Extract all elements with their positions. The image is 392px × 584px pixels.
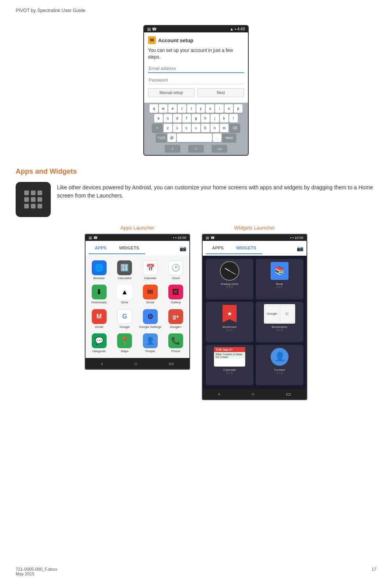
app-calculator[interactable]: 🔢 Calculator <box>113 259 137 282</box>
apps-grid: 🌐 Browser 🔢 Calculator 📅 Calendar 🕐 Cloc… <box>86 256 189 358</box>
app-gmail[interactable]: M Gmail <box>87 308 111 331</box>
widget-bookmark[interactable]: ★ Bookmark 1 × 1 <box>206 302 253 342</box>
app-calendar[interactable]: 📅 Calendar <box>138 259 162 282</box>
app-icon-googleplus: g+ <box>168 309 183 324</box>
widgets-nav-home[interactable]: ○ <box>251 391 255 397</box>
widgets-header: APPS WIDGETS 📷 <box>203 241 306 256</box>
nav-recents-btn[interactable]: ▭ <box>169 360 174 367</box>
widget-bookmarks[interactable]: Google 📰 Bookmarks 3 × 2 <box>256 302 303 342</box>
next-button[interactable]: Next <box>198 88 244 97</box>
tab-widgets[interactable]: WIDGETS <box>113 242 145 253</box>
key-c[interactable]: c <box>182 124 191 132</box>
app-google[interactable]: G Google <box>113 308 137 331</box>
nav-back[interactable]: ‹ <box>165 145 180 153</box>
app-icon-email: ✉ <box>143 285 158 299</box>
tab-widgets-w[interactable]: WIDGETS <box>230 242 262 254</box>
book-icon: 📚 <box>271 262 289 280</box>
cal-event: Bake Cookies & Make Ice Cream <box>214 353 245 359</box>
widget-book[interactable]: 📚 Book 1 × 1 <box>256 259 303 299</box>
app-gallery[interactable]: 🖼 Gallery <box>164 283 188 306</box>
manual-setup-button[interactable]: Manual setup <box>148 88 194 97</box>
key-v[interactable]: v <box>192 124 200 132</box>
key-p[interactable]: p <box>234 104 242 113</box>
app-drive[interactable]: ▲ Drive <box>113 283 137 306</box>
key-h[interactable]: h <box>201 114 210 123</box>
app-label-calculator: Calculator <box>118 276 132 280</box>
app-google-settings[interactable]: ⚙ Google Settings <box>138 308 162 331</box>
keyboard: q w e r t y u i o p a s d f g h j k <box>144 103 248 155</box>
tab-apps[interactable]: APPS <box>89 242 113 254</box>
launcher-dot <box>24 197 29 202</box>
key-i[interactable]: i <box>215 104 224 113</box>
tab-apps-w[interactable]: APPS <box>206 242 230 253</box>
app-hangouts[interactable]: 💬 Hangouts <box>87 332 111 355</box>
app-people[interactable]: 👤 People <box>138 332 162 355</box>
nav-home[interactable]: ○ <box>188 145 204 153</box>
account-setup-title-row: ✉ Account setup <box>148 36 244 44</box>
app-downloads[interactable]: ⬇ Downloads <box>87 283 111 306</box>
key-j[interactable]: j <box>210 114 219 123</box>
key-d[interactable]: d <box>173 114 182 123</box>
key-m[interactable]: m <box>220 124 228 132</box>
key-dot[interactable]: . <box>213 134 221 142</box>
key-l[interactable]: l <box>229 114 238 123</box>
key-b[interactable]: b <box>201 124 210 132</box>
key-g[interactable]: g <box>192 114 200 123</box>
key-y[interactable]: y <box>196 104 205 113</box>
key-k[interactable]: k <box>220 114 228 123</box>
password-input[interactable] <box>148 76 244 84</box>
app-icon-downloads: ⬇ <box>92 285 107 299</box>
widget-name-clock: Analog clock <box>221 282 238 286</box>
clock-min-hand <box>230 271 236 274</box>
key-w[interactable]: w <box>159 104 167 113</box>
key-space[interactable] <box>177 134 212 142</box>
key-x[interactable]: x <box>173 124 182 132</box>
book-preview: 📚 <box>258 261 301 281</box>
app-icon-drive: ▲ <box>117 285 132 299</box>
account-setup-subtitle: You can set up your account in just a fe… <box>148 47 244 61</box>
launcher-dot <box>37 204 42 208</box>
app-browser[interactable]: 🌐 Browser <box>87 259 111 282</box>
widget-analog-clock[interactable]: Analog clock 2 × 2 <box>206 259 253 299</box>
key-s[interactable]: s <box>164 114 172 123</box>
widget-size-book: 1 × 1 <box>276 286 283 288</box>
app-label-downloads: Downloads <box>91 301 107 304</box>
app-clock[interactable]: 🕐 Clock <box>164 259 188 282</box>
key-n[interactable]: n <box>210 124 219 132</box>
nav-home-btn[interactable]: ○ <box>134 360 137 367</box>
app-phone[interactable]: 📞 Phone <box>164 332 188 355</box>
account-setup-screenshot: ▤ ☎ ▲ ▪ 4:49 ✉ Account setup You can set… <box>143 25 249 156</box>
key-o[interactable]: o <box>225 104 233 113</box>
widgets-nav-recents[interactable]: ▭ <box>286 391 291 397</box>
key-q[interactable]: q <box>150 104 158 113</box>
key-shift[interactable]: ⇧ <box>152 124 163 132</box>
nav-back-btn[interactable]: ‹ <box>101 360 103 367</box>
keyboard-row-4: ?123 @ . Next <box>145 134 247 142</box>
key-next[interactable]: Next <box>222 134 236 142</box>
widgets-nav-back[interactable]: ‹ <box>218 391 220 397</box>
app-icon-gmail: M <box>92 309 107 324</box>
email-input[interactable] <box>148 64 244 73</box>
key-u[interactable]: u <box>206 104 214 113</box>
key-t[interactable]: t <box>187 104 196 113</box>
app-googleplus[interactable]: g+ Google+ <box>164 308 188 331</box>
clock-hour-hand <box>225 268 230 271</box>
app-label-phone: Phone <box>171 349 180 353</box>
key-numbers[interactable]: ?123 <box>156 134 167 142</box>
app-icon-google: G <box>117 309 132 324</box>
nav-recents[interactable]: ▭ <box>212 145 227 153</box>
key-f[interactable]: f <box>182 114 191 123</box>
app-maps[interactable]: 📍 Maps <box>113 332 137 355</box>
key-at[interactable]: @ <box>167 134 176 142</box>
cal-header: TUE Sep 27 <box>214 347 245 352</box>
keyboard-row-3: ⇧ z x c v b n m ⌫ <box>145 124 247 132</box>
key-r[interactable]: r <box>178 104 186 113</box>
key-z[interactable]: z <box>164 124 172 132</box>
key-e[interactable]: e <box>168 104 177 113</box>
key-backspace[interactable]: ⌫ <box>229 124 240 132</box>
key-a[interactable]: a <box>154 114 163 123</box>
launcher-dot <box>31 197 36 202</box>
app-email[interactable]: ✉ Email <box>138 283 162 306</box>
widget-contact[interactable]: 👤 Contact 1 × 1 <box>256 345 303 385</box>
widget-calendar[interactable]: TUE Sep 27 Bake Cookies & Make Ice Cream… <box>206 345 253 385</box>
